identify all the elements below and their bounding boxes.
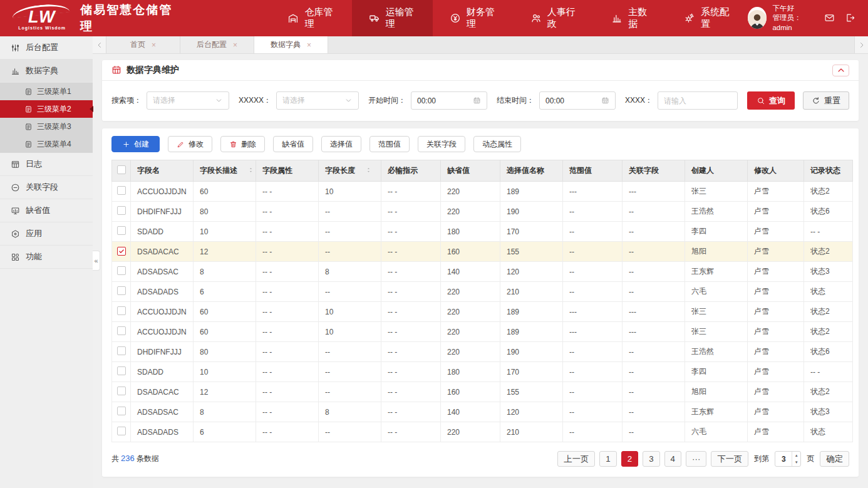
toolbar-button[interactable]: 关联字段: [418, 136, 465, 152]
tab[interactable]: 首页×: [106, 36, 180, 53]
sidebar-subitem[interactable]: 三级菜单1: [0, 83, 93, 100]
table-header-label: 关联字段: [629, 166, 659, 175]
panel-collapse-button[interactable]: [832, 65, 849, 76]
top-nav-item-label: 主数据: [628, 6, 650, 30]
toolbar-button-label: 修改: [189, 139, 204, 150]
select-all-checkbox[interactable]: [117, 165, 126, 174]
table-cell: 210: [500, 282, 563, 302]
sidebar-subitem[interactable]: 三级菜单3: [0, 118, 93, 135]
sidebar-item[interactable]: 后台配置: [0, 36, 93, 60]
spinner-up-icon[interactable]: ▲: [792, 452, 800, 459]
table-row[interactable]: ACCUOJJDJN60-- -10-- -220189------张三卢雪状态…: [112, 182, 853, 202]
table-cell: --: [623, 342, 685, 362]
page-number-button[interactable]: 4: [664, 451, 681, 467]
sort-icon[interactable]: [365, 167, 372, 174]
toolbar-button[interactable]: 范围值: [369, 136, 410, 152]
user-menu[interactable]: 下午好 管理员：admin: [748, 4, 814, 33]
row-checkbox[interactable]: [117, 326, 126, 335]
table-row[interactable]: SDADD10-- ----- -180170----李四卢雪-- -: [112, 362, 853, 382]
reset-button[interactable]: 重置: [803, 91, 849, 110]
query-button[interactable]: 查询: [747, 91, 795, 110]
toolbar-button[interactable]: 动态属性: [473, 136, 521, 152]
table-row[interactable]: ADSADSAC8-- -8-- -140120----王东辉卢雪状态3: [112, 262, 853, 282]
sidebar-item[interactable]: 缺省值: [0, 199, 93, 222]
tab-close-icon[interactable]: ×: [307, 41, 311, 49]
row-checkbox[interactable]: [117, 266, 126, 275]
table-row[interactable]: ACCUOJJDJN60-- -10-- -220189------张三卢雪状态…: [112, 302, 853, 322]
top-nav-item[interactable]: 财务管理: [433, 0, 514, 36]
jump-page-input[interactable]: 3▲▼: [775, 451, 801, 467]
row-checkbox[interactable]: [117, 387, 126, 395]
row-checkbox[interactable]: [117, 226, 126, 235]
app-header: LW Logistics Wisdom 储易智慧仓储管理 仓库管理运输管理财务管…: [0, 0, 868, 36]
sidebar-item[interactable]: 关联字段: [0, 176, 93, 199]
page-number-button[interactable]: 2: [621, 451, 638, 467]
table-row[interactable]: ADSADADS6-- ----- -220210----六毛卢雪状态: [112, 422, 853, 442]
row-checkbox[interactable]: [117, 366, 126, 375]
logout-icon[interactable]: [845, 13, 855, 23]
sidebar-subitem[interactable]: 三级菜单4: [0, 135, 93, 153]
row-checkbox[interactable]: [117, 186, 126, 195]
page-content: 数据字典维护 搜索项：请选择XXXXX：请选择开始时间：00:00结束时间：00…: [93, 54, 868, 488]
next-page-button[interactable]: 下一页: [711, 451, 748, 467]
table-row[interactable]: ADSADSAC8-- -8-- -140120----王东辉卢雪状态3: [112, 402, 853, 422]
table-header-cell: 记录状态: [804, 160, 853, 182]
toolbar-button[interactable]: 创建: [111, 136, 160, 152]
prev-page-button[interactable]: 上一页: [557, 451, 595, 467]
row-checkbox[interactable]: [117, 427, 126, 435]
table-header-cell[interactable]: 字段长度: [319, 160, 381, 182]
sidebar-subitem[interactable]: 三级菜单2: [0, 100, 93, 118]
toolbar-button[interactable]: 选择值: [321, 136, 361, 152]
top-nav-item[interactable]: 运输管理: [352, 0, 433, 36]
top-nav-item[interactable]: 仓库管理: [271, 0, 351, 36]
sidebar-item[interactable]: 日志: [0, 153, 93, 176]
top-nav-item[interactable]: 人事行政: [514, 0, 594, 36]
row-checkbox[interactable]: [117, 407, 126, 415]
toolbar-button[interactable]: 缺省值: [273, 136, 313, 152]
page-ellipsis-button[interactable]: ···: [686, 451, 706, 467]
top-nav-item[interactable]: 系统配置: [667, 0, 748, 36]
page-number-button[interactable]: 3: [643, 451, 659, 467]
table-cell: 155: [500, 382, 563, 402]
table-header-label: 选择值名称: [507, 166, 544, 175]
tab-scroll-right-button[interactable]: [854, 36, 868, 53]
mail-icon[interactable]: [824, 13, 835, 23]
tab-close-icon[interactable]: ×: [233, 41, 237, 49]
sidebar-collapse-handle[interactable]: «: [93, 251, 100, 271]
user-avatar[interactable]: [748, 7, 767, 29]
header-right: 下午好 管理员：admin: [748, 4, 868, 33]
sidebar-item[interactable]: 功能: [0, 246, 93, 269]
filter-time-input[interactable]: 00:00: [539, 91, 616, 110]
toolbar-button[interactable]: 删除: [220, 136, 265, 152]
spinner-down-icon[interactable]: ▼: [792, 459, 800, 467]
row-checkbox[interactable]: [117, 206, 126, 215]
page-number-button[interactable]: 1: [599, 451, 616, 467]
tab-close-icon[interactable]: ×: [152, 41, 156, 49]
row-checkbox[interactable]: [117, 306, 126, 315]
tab-scroll-left-button[interactable]: [93, 36, 106, 53]
filter-select[interactable]: 请选择: [147, 91, 229, 110]
tab[interactable]: 后台配置×: [180, 36, 254, 53]
table-row[interactable]: DHDIFNFJJJ80-- ----- -220190----王浩然卢雪状态6: [112, 342, 853, 362]
table-header-cell[interactable]: 字段长描述: [194, 160, 256, 182]
table-row[interactable]: DSADACAC12-- ----- -160155----旭阳卢雪状态2: [112, 242, 853, 262]
table-row[interactable]: ACCUOJJDJN60-- -10-- -220189------张三卢雪状态…: [112, 322, 853, 342]
table-row[interactable]: DSADACAC12-- ----- -160155----旭阳卢雪状态2: [112, 382, 853, 402]
confirm-page-button[interactable]: 确定: [820, 451, 849, 467]
table-row[interactable]: DHDIFNFJJJ80-- ----- -220190----王浩然卢雪状态6: [112, 202, 853, 222]
tab[interactable]: 数据字典×: [254, 36, 328, 53]
filter-select[interactable]: 请选择: [276, 91, 359, 110]
top-nav-item[interactable]: 主数据: [594, 0, 667, 36]
toolbar-button[interactable]: 修改: [168, 136, 212, 152]
filter-time-input[interactable]: 00:00: [411, 91, 487, 110]
table-row[interactable]: ADSADADS6-- ----- -220210----六毛卢雪状态: [112, 282, 853, 302]
sidebar-item[interactable]: 应用: [0, 222, 93, 246]
table-header-label: 必输指示: [388, 166, 418, 175]
row-checkbox[interactable]: [117, 346, 126, 355]
filter-text-input[interactable]: [658, 91, 738, 110]
row-checkbox[interactable]: [117, 286, 126, 295]
sort-icon[interactable]: [247, 167, 254, 174]
sidebar-item[interactable]: 数据字典: [0, 60, 93, 83]
table-row[interactable]: SDADD10-- ----- -180170----李四卢雪-- -: [112, 222, 853, 242]
row-checkbox[interactable]: [117, 247, 126, 256]
